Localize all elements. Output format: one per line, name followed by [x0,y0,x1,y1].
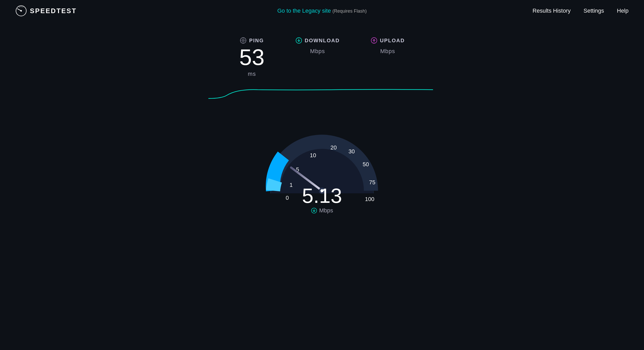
svg-text:0: 0 [286,195,289,201]
ping-stat: PING 53 ms [239,37,265,77]
svg-point-3 [243,40,244,41]
ping-icon [240,37,247,44]
svg-text:100: 100 [365,196,375,202]
speed-download-icon [311,207,317,214]
svg-text:50: 50 [363,161,369,168]
header-nav: Results History Settings Help [532,7,629,14]
ping-unit: ms [248,71,256,77]
ping-label-row: PING [240,37,264,44]
logo-text: SPEEDTEST [30,7,77,15]
download-icon [295,37,302,44]
svg-point-1 [20,10,22,12]
speed-value: 5.13 [302,186,342,206]
requires-flash-text: (Requires Flash) [332,9,367,14]
settings-link[interactable]: Settings [583,7,604,14]
ping-value: 53 [239,46,265,69]
speedtest-logo-icon [15,5,27,16]
download-label-row: DOWNLOAD [295,37,340,44]
download-stat: DOWNLOAD Mbps [295,37,340,55]
svg-text:10: 10 [310,152,316,159]
stats-row: PING 53 ms DOWNLOAD Mbps [239,37,405,77]
help-link[interactable]: Help [617,7,629,14]
upload-stat: UPLOAD Mbps [371,37,405,55]
logo: SPEEDTEST [15,5,77,16]
results-history-link[interactable]: Results History [532,7,571,14]
legacy-site-link[interactable]: Go to the Legacy site (Requires Flash) [277,7,367,14]
svg-text:30: 30 [349,148,355,155]
current-speed-display: 5.13 Mbps [302,186,342,214]
svg-text:75: 75 [369,179,375,186]
upload-icon [371,37,377,44]
download-unit: Mbps [310,48,325,55]
header-center-link: Go to the Legacy site (Requires Flash) [277,7,367,14]
waveform-line [206,88,438,101]
upload-label-row: UPLOAD [371,37,405,44]
upload-unit: Mbps [380,48,395,55]
svg-text:20: 20 [331,144,337,151]
speed-unit-row: Mbps [302,207,342,214]
speed-unit: Mbps [319,207,333,214]
header: SPEEDTEST Go to the Legacy site (Require… [0,0,644,22]
main-content: PING 53 ms DOWNLOAD Mbps [0,22,644,229]
speedometer-container: 0 1 5 10 20 30 50 75 100 [258,106,386,229]
svg-text:1: 1 [290,182,293,188]
